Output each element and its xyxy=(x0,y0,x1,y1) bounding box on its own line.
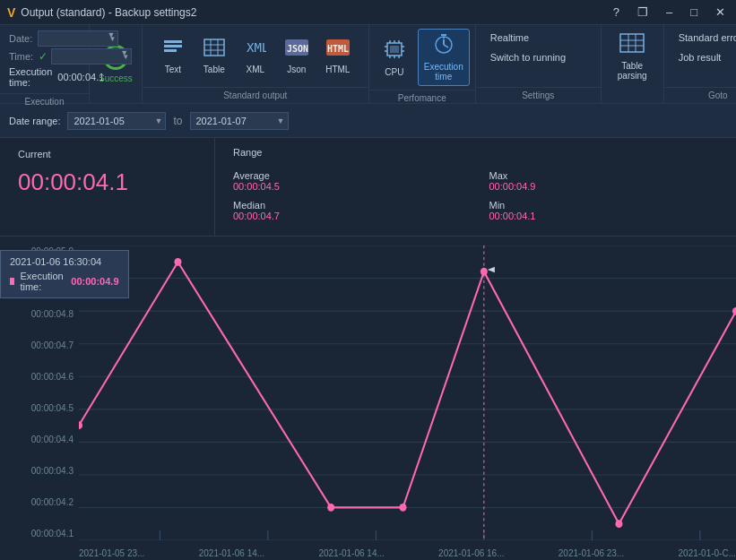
standard-error-button[interactable]: Standard error xyxy=(675,30,736,45)
x-label-5: 2021-01-0-C... xyxy=(679,548,736,558)
help-button[interactable]: ? xyxy=(610,5,623,19)
median-value: 00:00:04.7 xyxy=(233,211,463,221)
xml-button[interactable]: XML XML xyxy=(236,34,275,78)
html-button[interactable]: HTML HTML xyxy=(318,34,358,78)
cpu-button-label: CPU xyxy=(385,67,403,77)
table-button[interactable]: Table xyxy=(195,34,234,78)
x-label-0: 2021-01-05 23... xyxy=(79,548,144,558)
execution-time-icon xyxy=(432,33,455,59)
goto-label: Goto xyxy=(664,87,736,103)
svg-text:HTML: HTML xyxy=(327,44,349,54)
execution-time-button-label: Executiontime xyxy=(424,62,463,82)
median-label: Median xyxy=(233,200,463,211)
cpu-icon xyxy=(383,39,406,65)
x-label-2: 2021-01-06 14... xyxy=(318,548,384,558)
close-button[interactable]: ✕ xyxy=(712,5,729,19)
x-label-3: 2021-01-06 16... xyxy=(438,548,504,558)
current-value: 00:00:04.1 xyxy=(18,168,196,196)
chart-svg xyxy=(79,246,736,540)
date-input[interactable]: 2021-01-23 xyxy=(38,30,118,47)
xml-icon: XML xyxy=(245,38,266,62)
cpu-button[interactable]: CPU xyxy=(375,35,414,81)
time-label: Time: xyxy=(9,51,33,62)
text-icon xyxy=(162,38,184,62)
date-separator: to xyxy=(173,115,182,127)
restore-button[interactable]: ❐ xyxy=(634,5,652,19)
table-parsing-label: Tableparsing xyxy=(618,61,647,81)
current-stats: Current 00:00:04.1 xyxy=(0,138,215,236)
time-input[interactable]: 17:09:00 xyxy=(51,48,132,65)
date-from-input[interactable] xyxy=(67,112,166,130)
json-icon: JSON xyxy=(284,38,309,62)
text-button-label: Text xyxy=(165,65,181,74)
execution-time-button[interactable]: Executiontime xyxy=(418,29,470,86)
svg-rect-1 xyxy=(164,45,182,47)
svg-point-52 xyxy=(174,258,181,266)
goto-section: Standard error Job result Goto xyxy=(664,25,736,103)
table-parsing-icon xyxy=(619,32,645,58)
realtime-button[interactable]: Realtime xyxy=(487,30,590,45)
settings-label: Settings xyxy=(476,87,601,103)
current-label: Current xyxy=(18,149,196,159)
job-result-button[interactable]: Job result xyxy=(675,50,736,65)
max-value: 00:00:04.9 xyxy=(489,181,719,192)
svg-point-54 xyxy=(399,504,406,512)
exec-time-label: Execution time: xyxy=(9,66,52,88)
svg-rect-14 xyxy=(390,46,399,53)
stats-area: Current 00:00:04.1 Range Average 00:00:0… xyxy=(0,138,736,237)
standard-output-label: Standard output xyxy=(143,87,368,103)
date-label: Date: xyxy=(9,33,32,44)
y-label-3: 00:00:04.7 xyxy=(0,341,79,350)
x-label-4: 2021-01-06 23... xyxy=(558,548,624,558)
svg-rect-30 xyxy=(620,34,644,52)
html-button-label: HTML xyxy=(325,65,350,74)
y-label-0: 00:00:05.0 xyxy=(0,247,79,256)
min-label: Min xyxy=(489,200,719,211)
execution-section: Date: 2021-01-23 ▼ Time: ✓ 17:09:00 ▼ Ex… xyxy=(0,25,90,103)
svg-text:JSON: JSON xyxy=(287,44,308,54)
y-label-1: 00:00:04.9 xyxy=(0,279,79,288)
switch-running-button[interactable]: Switch to running xyxy=(487,50,590,65)
minimize-button[interactable]: – xyxy=(662,5,676,19)
range-label: Range xyxy=(233,147,718,163)
standard-output-section: Text Table XM xyxy=(143,25,369,103)
success-label: Success xyxy=(99,73,133,83)
svg-marker-59 xyxy=(488,267,495,272)
json-button[interactable]: JSON Json xyxy=(277,34,316,78)
y-label-9: 00:00:04.1 xyxy=(0,530,79,538)
y-label-7: 00:00:04.3 xyxy=(0,467,79,476)
x-label-1: 2021-01-06 14... xyxy=(199,548,264,558)
date-range-label: Date range: xyxy=(9,116,60,126)
svg-point-57 xyxy=(732,307,736,315)
y-axis: 00:00:05.0 00:00:04.9 00:00:04.8 00:00:0… xyxy=(0,246,79,540)
table-parsing-button[interactable]: Tableparsing xyxy=(607,29,657,84)
execution-section-label: Execution xyxy=(0,93,89,109)
y-label-6: 00:00:04.4 xyxy=(0,435,79,444)
y-label-4: 00:00:04.6 xyxy=(0,373,79,382)
max-label: Max xyxy=(489,170,719,181)
svg-text:XML: XML xyxy=(247,40,266,55)
y-label-8: 00:00:04.2 xyxy=(0,498,79,507)
x-axis: 2021-01-05 23... 2021-01-06 14... 2021-0… xyxy=(79,548,736,558)
svg-point-56 xyxy=(615,520,622,528)
average-label: Average xyxy=(233,170,463,181)
text-button[interactable]: Text xyxy=(153,34,193,78)
range-stats: Range Average 00:00:04.5 Max 00:00:04.9 … xyxy=(215,138,736,236)
settings-section: Realtime Switch to running Settings xyxy=(476,25,602,103)
maximize-button[interactable]: □ xyxy=(687,5,701,19)
toolbar: Date: 2021-01-23 ▼ Time: ✓ 17:09:00 ▼ Ex… xyxy=(0,25,736,104)
svg-rect-2 xyxy=(164,49,177,52)
title-bar: V Output (standard) - Backup settings2 ?… xyxy=(0,0,736,25)
svg-line-27 xyxy=(444,45,448,47)
y-label-5: 00:00:04.5 xyxy=(0,404,79,413)
min-value: 00:00:04.1 xyxy=(489,211,719,221)
app-logo: V xyxy=(7,5,15,20)
svg-rect-0 xyxy=(164,40,182,43)
svg-point-53 xyxy=(327,504,334,512)
table-icon xyxy=(203,38,225,62)
performance-label: Perfomance xyxy=(369,90,475,106)
json-button-label: Json xyxy=(287,65,306,74)
performance-section: CPU Executiontime Perfomance xyxy=(369,25,476,103)
date-to-input[interactable] xyxy=(190,112,289,130)
average-value: 00:00:04.5 xyxy=(233,181,463,192)
